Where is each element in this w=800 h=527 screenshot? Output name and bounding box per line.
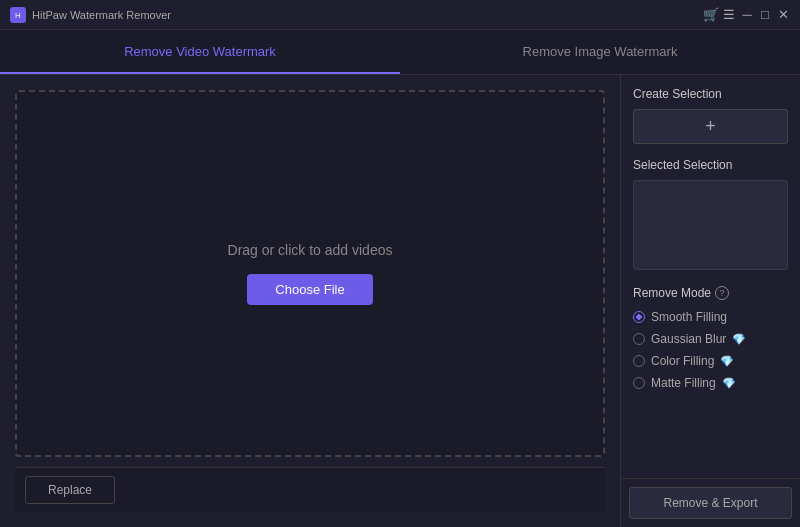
cart-icon[interactable]: 🛒 — [704, 8, 718, 22]
tab-image[interactable]: Remove Image Watermark — [400, 30, 800, 74]
title-bar: H HitPaw Watermark Remover 🛒 ☰ ─ □ ✕ — [0, 0, 800, 30]
drop-zone[interactable]: Drag or click to add videos Choose File — [15, 90, 605, 457]
radio-smooth-filling[interactable]: Smooth Filling — [633, 310, 788, 324]
radio-circle-matte — [633, 377, 645, 389]
radio-label-color: Color Filling — [651, 354, 714, 368]
remove-mode-help-icon[interactable]: ? — [715, 286, 729, 300]
minimize-icon[interactable]: ─ — [740, 8, 754, 22]
content-area: Drag or click to add videos Choose File … — [0, 75, 620, 527]
radio-gaussian-blur[interactable]: Gaussian Blur 💎 — [633, 332, 788, 346]
radio-circle-smooth — [633, 311, 645, 323]
svg-text:H: H — [15, 11, 21, 20]
tab-bar: Remove Video Watermark Remove Image Wate… — [0, 30, 800, 75]
app-title: HitPaw Watermark Remover — [32, 9, 171, 21]
sidebar-bottom: Remove & Export — [621, 478, 800, 527]
remove-mode-section: Remove Mode ? — [633, 286, 788, 300]
menu-icon[interactable]: ☰ — [722, 8, 736, 22]
replace-button[interactable]: Replace — [25, 476, 115, 504]
choose-file-button[interactable]: Choose File — [247, 274, 372, 305]
pro-badge-gaussian: 💎 — [732, 333, 746, 346]
main-area: Drag or click to add videos Choose File … — [0, 75, 800, 527]
radio-circle-color — [633, 355, 645, 367]
tab-video[interactable]: Remove Video Watermark — [0, 30, 400, 74]
radio-label-smooth: Smooth Filling — [651, 310, 727, 324]
radio-label-gaussian: Gaussian Blur — [651, 332, 726, 346]
maximize-icon[interactable]: □ — [758, 8, 772, 22]
bottom-bar: Replace — [15, 467, 605, 512]
pro-badge-matte: 💎 — [722, 377, 736, 390]
drop-text: Drag or click to add videos — [228, 242, 393, 258]
selected-selection-title: Selected Selection — [633, 158, 788, 172]
radio-color-filling[interactable]: Color Filling 💎 — [633, 354, 788, 368]
app-icon: H — [10, 7, 26, 23]
remove-mode-title-text: Remove Mode — [633, 286, 711, 300]
radio-matte-filling[interactable]: Matte Filling 💎 — [633, 376, 788, 390]
window-controls: 🛒 ☰ ─ □ ✕ — [704, 8, 790, 22]
radio-circle-gaussian — [633, 333, 645, 345]
selected-selection-box — [633, 180, 788, 270]
sidebar: Create Selection + Selected Selection Re… — [620, 75, 800, 527]
create-selection-title: Create Selection — [633, 87, 788, 101]
create-selection-button[interactable]: + — [633, 109, 788, 144]
title-bar-left: H HitPaw Watermark Remover — [10, 7, 171, 23]
sidebar-content: Create Selection + Selected Selection Re… — [621, 75, 800, 478]
pro-badge-color: 💎 — [720, 355, 734, 368]
radio-label-matte: Matte Filling — [651, 376, 716, 390]
close-icon[interactable]: ✕ — [776, 8, 790, 22]
remove-export-button[interactable]: Remove & Export — [629, 487, 792, 519]
